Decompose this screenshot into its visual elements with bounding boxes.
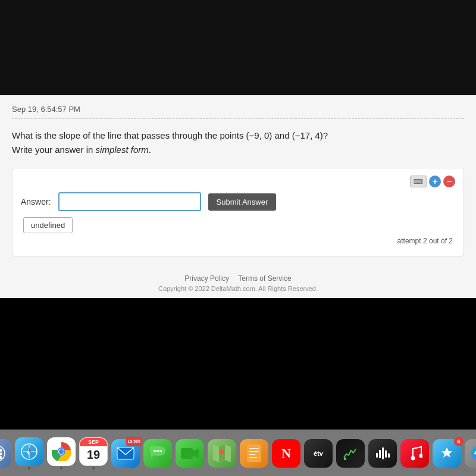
dock-item-stocks[interactable]: [336, 439, 365, 468]
music-icon: [400, 439, 429, 468]
undefined-row: undefined: [21, 217, 455, 233]
dock: SEP 19 19,505: [0, 430, 476, 476]
main-content: Sep 19, 6:54:57 PM What is the slope of …: [0, 95, 476, 298]
answer-row: Answer: Submit Answer: [21, 192, 455, 211]
answer-box: ⌨ + − Answer: Submit Answer undefined at…: [12, 168, 464, 256]
answer-toolbar: ⌨ + −: [21, 176, 455, 187]
dock-item-news[interactable]: N: [272, 439, 300, 468]
question-line2-prefix: Write your answer in: [12, 145, 96, 155]
svg-point-21: [159, 450, 162, 452]
appletv-icon: étv: [304, 439, 333, 468]
chrome-dot: [60, 467, 62, 469]
pages-icon: [240, 439, 268, 468]
soundanalysis-icon: [368, 439, 397, 468]
svg-rect-32: [344, 458, 346, 460]
dock-item-siri[interactable]: [465, 439, 476, 468]
calendar-icon: SEP 19: [79, 437, 108, 466]
facetime-icon: [176, 439, 204, 468]
maps-icon: [208, 439, 236, 468]
svg-rect-29: [249, 451, 259, 452]
svg-marker-23: [193, 449, 199, 458]
svg-line-38: [413, 447, 421, 449]
dock-item-launchpad[interactable]: [0, 439, 11, 468]
svg-point-6: [0, 452, 2, 455]
appstore-icon: 6: [433, 439, 461, 468]
dock-item-safari[interactable]: [15, 437, 43, 469]
calendar-date-label: 19: [87, 446, 100, 463]
mail-badge: 19,505: [126, 437, 142, 446]
svg-rect-22: [181, 448, 193, 459]
svg-rect-36: [385, 450, 387, 458]
dock-item-calendar[interactable]: SEP 19: [79, 437, 108, 469]
calendar-month-label: SEP: [80, 438, 107, 446]
terms-of-service-link[interactable]: Terms of Service: [238, 274, 291, 283]
attempt-text: attempt 2 out of 2: [21, 233, 455, 248]
dock-item-mail[interactable]: 19,505: [111, 439, 140, 468]
svg-point-3: [0, 449, 2, 452]
dock-item-chrome[interactable]: [47, 437, 76, 469]
svg-rect-31: [249, 457, 257, 458]
svg-rect-35: [382, 447, 384, 459]
svg-rect-34: [379, 450, 381, 458]
zoom-in-button[interactable]: +: [429, 176, 441, 187]
safari-dot: [28, 467, 30, 469]
messages-icon: [143, 439, 172, 468]
calendar-dot: [92, 467, 95, 469]
question-line2-suffix: .: [149, 145, 151, 155]
dock-item-messages[interactable]: [143, 439, 172, 468]
submit-answer-button[interactable]: Submit Answer: [208, 193, 277, 211]
svg-rect-30: [249, 454, 255, 455]
siri-icon: [465, 439, 476, 468]
svg-rect-37: [388, 453, 390, 458]
zoom-out-button[interactable]: −: [443, 176, 455, 187]
dock-item-maps[interactable]: [208, 439, 236, 468]
answer-input[interactable]: [58, 192, 201, 211]
question-line1: What is the slope of the line that passe…: [12, 130, 328, 140]
appstore-badge: 6: [454, 437, 464, 446]
footer-links: Privacy Policy Terms of Service: [24, 274, 452, 283]
footer: Privacy Policy Terms of Service Copyrigh…: [12, 256, 464, 298]
answer-label: Answer:: [21, 197, 51, 206]
top-black-area: [0, 0, 476, 95]
footer-copyright: Copyright © 2022 DeltaMath.com. All Righ…: [24, 285, 452, 292]
svg-rect-33: [376, 453, 378, 458]
dock-item-soundanalysis[interactable]: [368, 439, 397, 468]
svg-point-17: [59, 449, 64, 454]
safari-icon: [15, 437, 43, 466]
svg-point-20: [156, 450, 159, 452]
svg-marker-14: [27, 452, 29, 456]
dock-item-appstore[interactable]: 6: [433, 439, 461, 468]
question-text: What is the slope of the line that passe…: [12, 129, 464, 157]
mail-icon: 19,505: [111, 439, 140, 468]
keyboard-icon-button[interactable]: ⌨: [410, 176, 427, 187]
stocks-icon: [336, 439, 365, 468]
undefined-button[interactable]: undefined: [23, 217, 73, 233]
svg-point-19: [154, 450, 156, 452]
question-italic: simplest form: [96, 145, 149, 155]
svg-rect-27: [247, 444, 261, 462]
svg-point-40: [419, 453, 423, 458]
dock-item-pages[interactable]: [240, 439, 268, 468]
news-icon: N: [272, 439, 300, 468]
dock-item-appletv[interactable]: étv: [304, 439, 333, 468]
timestamp: Sep 19, 6:54:57 PM: [12, 101, 464, 119]
svg-point-39: [411, 456, 415, 460]
dock-item-music[interactable]: [400, 439, 429, 468]
svg-rect-28: [249, 448, 259, 449]
launchpad-icon: [0, 439, 11, 468]
dock-item-facetime[interactable]: [176, 439, 204, 468]
privacy-policy-link[interactable]: Privacy Policy: [184, 274, 229, 283]
svg-marker-13: [29, 447, 32, 452]
chrome-icon: [47, 437, 76, 466]
svg-point-9: [0, 456, 2, 459]
